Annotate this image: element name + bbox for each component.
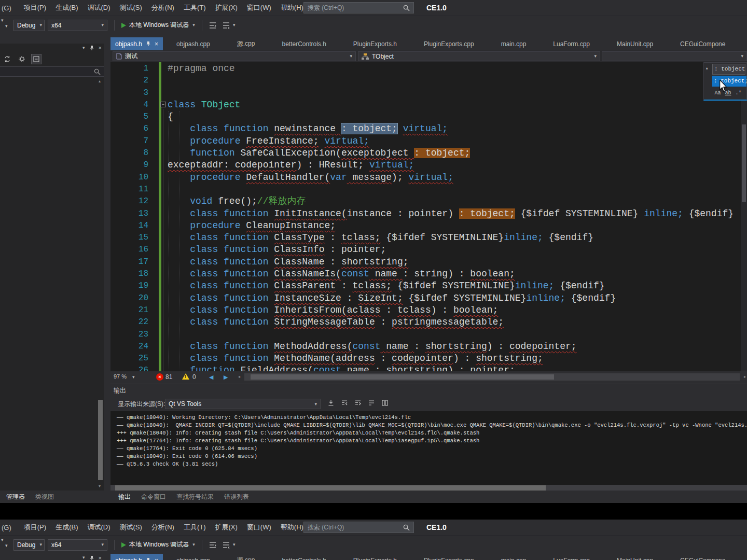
navigate-back-icon[interactable]: ◀ xyxy=(209,374,213,381)
editor-vertical-scrollbar[interactable] xyxy=(741,62,747,371)
toolbar-overflow[interactable]: ▾ ▾ xyxy=(0,16,13,34)
explorer-tab[interactable]: 管理器 xyxy=(1,493,30,501)
document-tab[interactable]: PluginExports.cpp × xyxy=(410,554,488,560)
pin-icon[interactable] xyxy=(146,41,151,47)
menu-item[interactable]: 项目(P) xyxy=(19,3,51,12)
tab-label[interactable]: objpash.h xyxy=(115,40,142,48)
tab-label[interactable]: betterControls.h xyxy=(282,557,326,560)
code-line[interactable]: 24 class function MethodAddress(const na… xyxy=(110,341,747,353)
toolbar-options-chevron-icon[interactable]: ▾ xyxy=(233,542,236,547)
search-icon[interactable] xyxy=(94,68,101,75)
document-tab[interactable]: 源.cpp × xyxy=(224,37,269,50)
tab-label[interactable]: PluginExports.cpp xyxy=(424,557,474,560)
document-tab[interactable]: 源.cpp × xyxy=(224,554,269,560)
search-icon[interactable] xyxy=(403,5,410,11)
document-tab[interactable]: PluginExports.h × xyxy=(340,37,410,50)
outline-collapse-icon[interactable] xyxy=(208,540,217,550)
menu-item[interactable]: 测试(S) xyxy=(115,523,147,532)
tab-label[interactable]: MainUnit.cpp xyxy=(617,557,653,560)
pin-icon[interactable] xyxy=(89,555,94,560)
clear-all-icon[interactable] xyxy=(381,399,389,407)
output-source-dropdown[interactable]: Qt VS Tools ▾ xyxy=(165,399,321,409)
find-expander-icon[interactable]: ▴ xyxy=(706,65,708,71)
menu-item-git-partial[interactable]: (G) xyxy=(0,4,13,12)
start-debugging-button[interactable]: 本地 Windows 调试器 ▾ xyxy=(118,539,198,551)
code-line[interactable]: 22 class function StringMessageTable : p… xyxy=(110,316,747,328)
toolbar-options-chevron-icon[interactable]: ▾ xyxy=(233,23,236,27)
document-tab[interactable]: main.cpp × xyxy=(488,554,540,560)
tab-label[interactable]: PluginExports.cpp xyxy=(424,40,474,48)
start-debugging-button[interactable]: 本地 Windows 调试器 ▾ xyxy=(118,19,198,32)
platform-dropdown[interactable]: x64 ▾ xyxy=(48,539,107,551)
zoom-level[interactable]: 97 % xyxy=(114,373,127,380)
chevron-down-icon[interactable]: ▾ xyxy=(5,24,8,29)
toolbar-overflow[interactable]: ▾ ▾ xyxy=(0,536,13,554)
code-line[interactable]: 21 class function InheritsFrom(aclass : … xyxy=(110,304,747,316)
menu-item[interactable]: 生成(B) xyxy=(51,3,82,12)
scroll-right-icon[interactable]: ▸ xyxy=(744,374,746,379)
properties-gear-icon[interactable] xyxy=(17,54,27,64)
menu-item[interactable]: 分析(N) xyxy=(147,523,179,532)
output-log[interactable]: —— qmake(18040): Working Directory: C:\U… xyxy=(110,411,747,485)
navbar-project-dropdown[interactable]: 测试 ▾ xyxy=(113,51,356,61)
chevron-down-icon[interactable]: ▾ xyxy=(192,23,195,27)
find-search-input[interactable]: : tobject; xyxy=(712,64,745,75)
window-position-chevron-icon[interactable]: ▾ xyxy=(82,555,85,560)
tab-label[interactable]: CEGuiCompone xyxy=(680,40,725,48)
document-tab[interactable]: objpash.h × xyxy=(110,554,163,560)
menu-item[interactable]: 分析(N) xyxy=(147,3,179,12)
panel-tab[interactable]: 错误列表 xyxy=(219,493,254,501)
close-icon[interactable]: × xyxy=(99,555,102,560)
code-line[interactable]: 18 class function ClassNameIs(const name… xyxy=(110,268,747,280)
tab-label[interactable]: LuaForm.cpp xyxy=(553,40,590,48)
code-line[interactable]: 14 procedure CleanupInstance; xyxy=(110,220,747,232)
editor-horizontal-scrollbar[interactable] xyxy=(244,373,740,381)
menu-item[interactable]: 窗口(W) xyxy=(242,523,276,532)
next-message-icon[interactable] xyxy=(354,399,362,407)
navbar-type-dropdown[interactable]: TObject ▾ xyxy=(358,51,600,61)
scroll-down-icon[interactable]: ▾ xyxy=(99,484,101,488)
code-line[interactable]: 10 procedure DefaultHandler(var message)… xyxy=(110,172,747,184)
chevron-down-icon[interactable]: ▾ xyxy=(1,18,4,23)
chevron-down-icon[interactable]: ▾ xyxy=(132,375,135,380)
explorer-scrollbar[interactable]: ▴ ▾ xyxy=(98,79,103,488)
code-line[interactable]: 7 procedure FreeInstance; virtual; xyxy=(110,135,747,147)
search-icon[interactable] xyxy=(403,524,410,531)
tab-label[interactable]: main.cpp xyxy=(501,40,527,48)
outline-collapse-icon[interactable] xyxy=(208,21,217,30)
document-tab[interactable]: objpash.cpp × xyxy=(163,554,224,560)
document-tab[interactable]: PluginExports.cpp × xyxy=(410,37,488,50)
code-line[interactable]: 2 xyxy=(110,75,747,87)
code-line[interactable]: 16 class function ClassInfo : pointer; xyxy=(110,244,747,256)
tab-label[interactable]: PluginExports.h xyxy=(353,40,397,48)
menu-item[interactable]: 测试(S) xyxy=(115,3,147,12)
document-tab[interactable]: MainUnit.cpp × xyxy=(603,37,667,50)
code-line[interactable]: 1#pragma once xyxy=(110,63,747,75)
document-tab[interactable]: LuaForm.cpp × xyxy=(540,37,603,50)
menu-item[interactable]: 工具(T) xyxy=(179,3,211,12)
tab-label[interactable]: MainUnit.cpp xyxy=(617,40,653,48)
window-position-chevron-icon[interactable]: ▾ xyxy=(82,46,85,50)
configuration-dropdown[interactable]: Debug ▾ xyxy=(13,539,45,551)
navigate-forward-icon[interactable]: ▶ xyxy=(224,374,228,381)
scrollbar-thumb[interactable] xyxy=(742,124,746,202)
code-line[interactable]: 17 class function ClassName : shortstrin… xyxy=(110,256,747,268)
code-line[interactable]: 3 xyxy=(110,87,747,99)
quick-search-box[interactable]: 搜索 (Ctrl+Q) xyxy=(303,522,414,533)
tab-label[interactable]: objpash.cpp xyxy=(176,40,210,48)
code-line[interactable]: 11 xyxy=(110,184,747,195)
scrollbar-thumb[interactable] xyxy=(98,400,103,480)
panel-tab[interactable]: 输出 xyxy=(113,493,136,501)
chevron-down-icon[interactable]: ▾ xyxy=(5,543,8,548)
code-line[interactable]: 9exceptaddr: codepointer) : HResult; vir… xyxy=(110,159,747,171)
tab-label[interactable]: PluginExports.h xyxy=(353,557,397,560)
code-line[interactable]: 20 class function InstanceSize : SizeInt… xyxy=(110,292,747,304)
menu-item[interactable]: 工具(T) xyxy=(179,523,211,532)
document-tab[interactable]: MainUnit.cpp × xyxy=(603,554,667,560)
error-count[interactable]: 81 xyxy=(165,373,172,381)
close-icon[interactable]: × xyxy=(99,45,102,51)
code-line[interactable]: 23 xyxy=(110,329,747,341)
panel-tab[interactable]: 命令窗口 xyxy=(136,493,171,501)
document-tab[interactable]: main.cpp × xyxy=(488,37,540,50)
menu-item-git-partial[interactable]: (G) xyxy=(0,524,13,531)
